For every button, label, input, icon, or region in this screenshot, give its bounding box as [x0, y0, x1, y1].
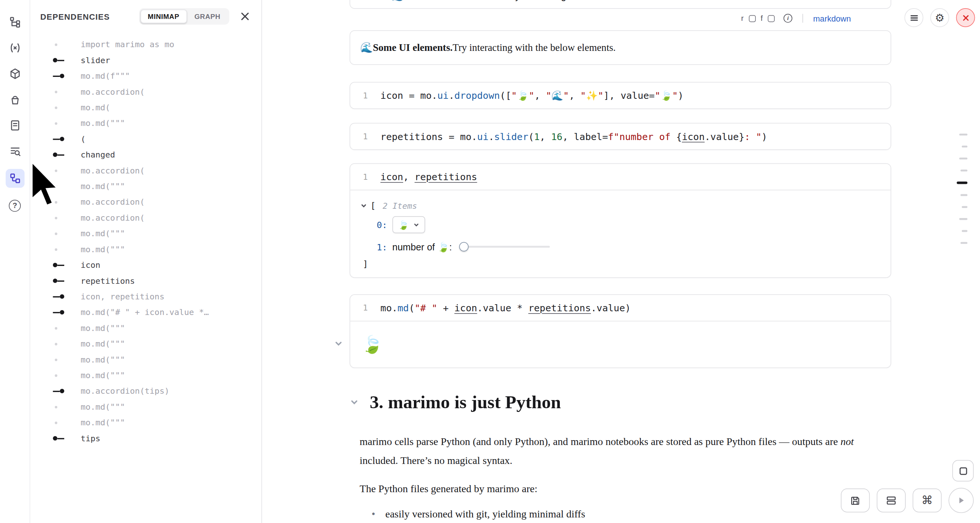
- f-checkbox[interactable]: [768, 15, 775, 22]
- tracker-line[interactable]: [962, 230, 967, 231]
- minimap-row[interactable]: mo.accordion(: [53, 194, 262, 210]
- packages-icon[interactable]: [7, 65, 23, 82]
- cell-marker-dot-icon: [53, 248, 66, 251]
- tree-index-1: 1:: [377, 242, 388, 252]
- md-out-bold: Some UI elements.: [373, 42, 452, 54]
- minimap-row[interactable]: mo.md(""": [53, 178, 262, 194]
- minimap-row[interactable]: import marimo as mo: [53, 37, 262, 52]
- tracker-line[interactable]: [959, 134, 967, 135]
- dropdown-select[interactable]: 🍃: [392, 216, 425, 233]
- tree-bracket-close: ]: [363, 259, 368, 269]
- minimap-row[interactable]: mo.md(""": [53, 115, 262, 131]
- minimap-row[interactable]: mo.md(f""": [53, 68, 262, 84]
- code-editor[interactable]: 1 icon = mo.ui.dropdown(["🍃", "🌊", "✨"],…: [350, 83, 891, 108]
- minimap-row[interactable]: mo.md(""": [53, 352, 262, 367]
- minimap-cell-label: mo.accordion(tips): [81, 386, 169, 395]
- tracker-line[interactable]: [960, 169, 967, 171]
- slider-track[interactable]: [460, 246, 550, 248]
- minimap-row[interactable]: mo.md(""": [53, 320, 262, 336]
- minimap-row[interactable]: mo.md(""": [53, 336, 262, 351]
- minimap-row[interactable]: repetitions: [53, 273, 262, 289]
- minimap-cell-label: mo.md(""": [81, 229, 125, 238]
- settings-button[interactable]: ⚙: [930, 8, 949, 27]
- minimap-row[interactable]: mo.accordion(: [53, 84, 262, 100]
- code-editor[interactable]: 1 repetitions = mo.ui.slider(1, 16, labe…: [350, 124, 891, 150]
- minimap-row[interactable]: mo.md("# " + icon.value *…: [53, 305, 262, 320]
- language-label[interactable]: markdown: [813, 13, 851, 23]
- minimap-row[interactable]: slider: [53, 53, 262, 68]
- minimap-row[interactable]: mo.accordion(: [53, 210, 262, 225]
- r-checkbox[interactable]: [749, 15, 756, 22]
- code-text: icon, repetitions: [380, 171, 477, 183]
- minimap-row[interactable]: mo.md(""": [53, 415, 262, 430]
- dependencies-icon[interactable]: [5, 169, 24, 188]
- layout-button[interactable]: [877, 488, 906, 512]
- minimap-row[interactable]: mo.md(""": [53, 367, 262, 383]
- tracker-line[interactable]: [962, 206, 967, 208]
- data-sources-icon[interactable]: [7, 91, 23, 108]
- slider-widget[interactable]: [460, 242, 550, 252]
- tree-row-1: 1: number of 🍃:: [360, 236, 880, 257]
- tracker-line[interactable]: [962, 146, 967, 147]
- markdown-editor-clipped[interactable]: 🌊 **Some UI elements.** Try interacting …: [350, 0, 891, 9]
- minimap-row[interactable]: mo.md(""": [53, 225, 262, 241]
- minimap-row[interactable]: (: [53, 131, 262, 147]
- tracker-line[interactable]: [960, 242, 967, 244]
- cell-marker-dot-icon: [53, 421, 66, 424]
- slider-knob[interactable]: [460, 242, 469, 252]
- minimap-row[interactable]: mo.md(: [53, 100, 262, 115]
- dropdown-value: 🍃: [398, 220, 409, 230]
- tab-minimap[interactable]: MINIMAP: [140, 9, 187, 23]
- close-panel-button[interactable]: [239, 10, 251, 23]
- code-editor[interactable]: 1 mo.md("# " + icon.value * repetitions.…: [350, 295, 891, 321]
- run-button[interactable]: [948, 488, 974, 513]
- minimap-row[interactable]: mo.accordion(tips): [53, 383, 262, 399]
- cell-marker-ref-icon: [53, 310, 66, 315]
- minimap-cell-label: mo.md(""": [81, 118, 125, 128]
- tree-index-0: 0:: [377, 220, 388, 230]
- minimap-row[interactable]: icon: [53, 257, 262, 273]
- toolbar-r-label: r: [741, 14, 743, 23]
- logs-icon[interactable]: [7, 143, 23, 159]
- info-icon[interactable]: i: [784, 14, 792, 23]
- minimap-cell-label: tips: [81, 434, 100, 443]
- output-collapse-icon[interactable]: [334, 339, 344, 349]
- minimal-mode-button[interactable]: [952, 460, 974, 482]
- minimap-row[interactable]: mo.accordion(: [53, 163, 262, 178]
- dependencies-panel: DEPENDENCIES MINIMAP GRAPH import marimo…: [30, 0, 262, 523]
- code-cell-slider: 1 repetitions = mo.ui.slider(1, 16, labe…: [350, 123, 891, 150]
- editor-text-rest: Try interacting with the below elements.: [504, 0, 672, 1]
- help-icon[interactable]: ?: [7, 197, 23, 214]
- activity-bar: ?: [0, 0, 30, 523]
- cell-marker-dot-icon: [53, 90, 66, 93]
- cell-marker-dot-icon: [53, 327, 66, 330]
- tracker-line[interactable]: [960, 194, 967, 196]
- minimap-row[interactable]: mo.md(""": [53, 241, 262, 257]
- shutdown-button[interactable]: [956, 8, 975, 27]
- cell-marker-ref-icon: [53, 74, 66, 78]
- menu-button[interactable]: [904, 8, 923, 27]
- tracker-line[interactable]: [959, 158, 967, 159]
- minimap-row[interactable]: mo.md(""": [53, 399, 262, 415]
- snippets-icon[interactable]: [7, 40, 23, 56]
- minimap-cell-label: mo.md(""": [81, 339, 125, 348]
- file-explorer-icon[interactable]: [7, 14, 23, 30]
- shortcuts-button[interactable]: ⌘: [913, 488, 942, 512]
- save-button[interactable]: [841, 488, 870, 512]
- documentation-icon[interactable]: [7, 117, 23, 134]
- section-collapse-icon[interactable]: [350, 397, 360, 408]
- minimap-row[interactable]: icon, repetitions: [53, 289, 262, 304]
- tab-graph[interactable]: GRAPH: [187, 9, 228, 23]
- tracker-line-active[interactable]: [957, 182, 967, 184]
- cell-marker-dot-icon: [53, 359, 66, 361]
- code-editor[interactable]: 1 icon, repetitions: [350, 164, 891, 190]
- footer-actions: ⌘: [841, 488, 974, 513]
- tree-root-row: [ 2 Items: [360, 198, 880, 213]
- minimap-row[interactable]: changed: [53, 147, 262, 162]
- tree-collapse-icon[interactable]: [360, 202, 368, 209]
- minimap-cell-label: mo.md("# " + icon.value *…: [81, 308, 208, 317]
- minimap-row[interactable]: tips: [53, 431, 262, 446]
- minimap-cell-label: mo.accordion(: [81, 87, 145, 96]
- tracker-line[interactable]: [959, 218, 967, 220]
- cell-marker-ref-icon: [53, 137, 66, 141]
